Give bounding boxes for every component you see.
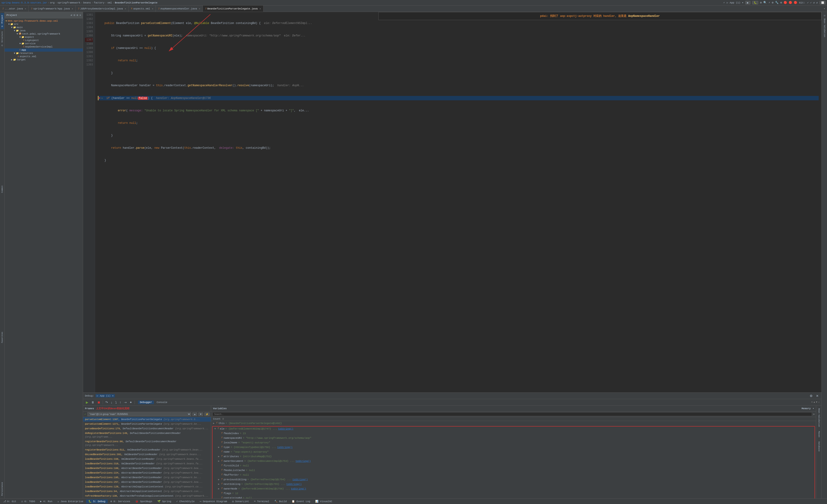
close-icon[interactable]: ✕ — [259, 7, 261, 10]
bottom-tab-spotbugs[interactable]: 🐞 SpotBugs — [133, 499, 154, 503]
bottom-tab-sonarlint[interactable]: ◎ SonarLint — [230, 499, 251, 503]
debugger-tab-label[interactable]: Debugger — [138, 400, 154, 404]
sidebar-tab-favorites[interactable]: Favorites — [0, 330, 4, 345]
tree-item-main[interactable]: ▼ 📁 main — [5, 26, 83, 29]
gear-icon[interactable]: ⚙ — [77, 14, 78, 17]
frame-item[interactable]: parseCustomElement:1371, BeanDefinitionP… — [83, 422, 211, 426]
memory-settings-icon[interactable]: ⚙ — [813, 413, 815, 416]
var-fNodeListCache[interactable]: f fNodeListCache = null — [212, 468, 815, 472]
var-name[interactable]: f name = "aop:aspectj-autoproxy" — [212, 450, 815, 454]
thread-down-btn[interactable]: ▼ — [198, 412, 203, 416]
bottom-tab-run[interactable]: ▶ 4: Run — [38, 499, 55, 503]
frame-item[interactable]: doRegisterBeanDefinitions:149, DefaultBe… — [83, 431, 211, 439]
tree-item-resources[interactable]: ▼ 📁 resources — [5, 52, 83, 55]
bottom-tab-todo[interactable]: ☑ 6: TODO — [19, 499, 37, 503]
close-icon[interactable]: ✕ — [152, 7, 153, 10]
frame-item[interactable]: registerBeanDefinitions:96, DefaultBeanD… — [83, 439, 211, 448]
maximize-btn[interactable]: ⬜ — [820, 1, 826, 4]
var-flags[interactable]: f flags = 12 — [212, 491, 815, 496]
frame-item[interactable]: parseCustomElement:1387, BeanDefinitionP… — [83, 417, 211, 422]
var-ownerDocument[interactable]: ▶ f ownerDocument = {DeferredDocumentImp… — [212, 459, 815, 463]
frame-item[interactable]: loadBeanDefinitions:94, AbstractXmlAppli… — [83, 489, 211, 494]
step-into-btn[interactable]: ↓ — [110, 400, 113, 405]
step-out-btn[interactable]: ↑ — [118, 400, 122, 405]
tab-overflow[interactable]: ▾ — [824, 7, 827, 10]
bottom-tab-services[interactable]: ⚙ 8: Services — [108, 499, 133, 503]
var-fBufferStr[interactable]: f fBufferStr = null — [212, 472, 815, 477]
stop-btn[interactable]: ⏹ — [96, 400, 101, 405]
frame-item[interactable]: loadBeanDefinitions:257, AbstractBeanDef… — [83, 480, 211, 485]
var-namespaceURI[interactable]: f namespaceURI = "http://www.springframe… — [212, 436, 815, 440]
close-icon[interactable]: ✕ — [25, 7, 26, 10]
frame-item[interactable]: loadBeanDefinitions:338, XmlBeanDefiniti… — [83, 457, 211, 461]
variables-expand-icon[interactable]: ▾ — [813, 407, 814, 410]
tree-item-package[interactable]: ▼ 📦 tech.pdai.springframework — [5, 32, 83, 36]
tree-item-logaspect[interactable]: © LogAspect — [5, 39, 83, 42]
var-this[interactable]: ▶ f this = {BeanDefinitionParserDelegate… — [211, 421, 816, 426]
bottom-tab-build[interactable]: 🔨 Build — [272, 499, 289, 503]
collapse-icon[interactable]: ⊟ — [74, 14, 75, 17]
close-debug-btn[interactable]: ✕ — [815, 394, 820, 398]
bottom-tab-checkstyle[interactable]: ✓ CheckStyle — [174, 499, 197, 503]
var-fNodeIndex[interactable]: f fNodeIndex = 23 — [212, 431, 815, 436]
evaluate-btn[interactable]: ✦ — [129, 400, 133, 405]
bottom-tab-spring[interactable]: 🌱 Spring — [155, 499, 174, 503]
thread-dropdown[interactable]: "main"@1 in group "main": RUNNING — [88, 412, 191, 416]
frame-item[interactable]: loadBeanDefinitions:224, AbstractBeanDef… — [83, 470, 211, 475]
tree-item-aspect[interactable]: ▼ 📁 aspect — [5, 36, 83, 39]
tab-annotator[interactable]: J ...ator.java ✕ — [0, 6, 29, 12]
tree-item-aop-service[interactable]: © AopDemoServiceImpl — [5, 45, 83, 48]
bottom-tab-git[interactable]: ⎇ 9: Git — [1, 499, 19, 503]
frame-item[interactable]: loadBeanDefinitions:128, AbstractXmlAppl… — [83, 485, 211, 489]
run-btn[interactable]: ▶ — [745, 1, 750, 4]
bottom-tab-terminal[interactable]: ⌨ Terminal — [252, 499, 272, 503]
tab-jdk-proxy[interactable]: J JdkProxyDemoServiceImpl.java ✕ — [76, 6, 129, 12]
maven-tab[interactable]: Maven — [817, 429, 821, 439]
sidebar-tab-persistence[interactable]: Persistence — [0, 480, 4, 498]
tree-item-service[interactable]: ▼ 📁 service — [5, 42, 83, 45]
settings-debug-btn[interactable]: ⚙ — [809, 394, 814, 398]
console-tab-label[interactable]: Console — [155, 400, 169, 404]
bottom-tab-eventlog[interactable]: 📋 Event Log — [289, 499, 312, 503]
stream-filter-btn[interactable]: ≡ — [811, 401, 813, 403]
close-sidebar-icon[interactable]: ✕ — [79, 14, 81, 17]
step-over-btn[interactable]: ↷ — [104, 400, 109, 405]
var-attributes[interactable]: ▶ f attributes = {AttributeMap@1752} — [212, 454, 815, 459]
debugger-tab[interactable]: Debugger Console — [138, 400, 169, 404]
bean-validation-right-tab[interactable]: 1: Bean Validation — [823, 13, 826, 39]
close-icon[interactable]: ✕ — [72, 7, 73, 10]
var-ele[interactable]: ▼ f ele = {DeferredElementNSImpl@1747} .… — [212, 427, 815, 431]
thread-up-btn[interactable]: ▲ — [192, 412, 197, 416]
var-containingBd[interactable]: f containingBd = null — [212, 496, 815, 498]
frame-item[interactable]: refreshBeanFactory:130, AbstractRefresha… — [83, 494, 211, 498]
sidebar-tab-project[interactable]: 1: Project — [0, 13, 4, 29]
frame-item[interactable]: loadBeanDefinitions:188, AbstractBeanDef… — [83, 466, 211, 470]
frame-item[interactable]: parseBeanDefinitions:179, DefaultBeanDef… — [83, 426, 211, 431]
var-localName[interactable]: f localName = "aspectj-autoproxy" — [212, 440, 815, 445]
close-icon[interactable]: ✕ — [125, 7, 126, 10]
var-type[interactable]: ▶ f type = {XSComplexTypeDecl@1750} ... … — [212, 445, 815, 450]
sidebar-tab-commit[interactable]: Commit — [0, 183, 4, 194]
pause-btn[interactable]: ⏸ — [90, 400, 95, 405]
var-ownerNode[interactable]: ▶ f ownerNode = {DeferredElementNSImpl@1… — [212, 487, 815, 491]
resume-btn[interactable]: ▶ — [85, 400, 89, 405]
tab-aop-handler[interactable]: J AopNamespaceHandler.java ✕ — [156, 6, 203, 12]
var-nextSibling[interactable]: ▶ f nextSibling = {DeferredTextImpl@1755… — [212, 482, 815, 487]
debug-btn[interactable]: 🐛 — [752, 1, 758, 4]
frame-item[interactable]: loadBeanDefinitions:195, AbstractBeanDef… — [83, 475, 211, 480]
tree-item-target[interactable]: ▶ 📁 target — [5, 58, 83, 61]
bean-validation-tab[interactable]: Bean Validation — [817, 406, 821, 429]
filter-btn[interactable]: ⚡ — [818, 401, 820, 404]
var-firstChild[interactable]: f firstChild = null — [212, 463, 815, 468]
tree-item-aspects-xml[interactable]: X aspects.xml — [5, 55, 83, 58]
force-step-into-btn[interactable]: ⤵ — [114, 400, 118, 405]
tree-item-app[interactable]: © App — [5, 48, 83, 52]
close-icon[interactable]: ✕ — [199, 7, 200, 10]
sync-icon[interactable]: ⇄ — [71, 14, 72, 17]
bottom-tab-sequence[interactable]: ⟶ Sequence Diagram — [197, 499, 229, 503]
tab-app[interactable]: J springframework/App.java ✕ — [29, 6, 76, 12]
bottom-tab-visualgc[interactable]: 📊 VisualGC — [313, 499, 334, 503]
tree-item-module[interactable]: ▼ 004-spring-framework-demo-aop-xml — [5, 19, 83, 22]
tab-bean-def-parser[interactable]: J BeanDefinitionParserDelegate.java ✕ — [203, 6, 263, 12]
bottom-tab-java-enterprise[interactable]: ☕ Java Enterprise — [55, 499, 86, 503]
